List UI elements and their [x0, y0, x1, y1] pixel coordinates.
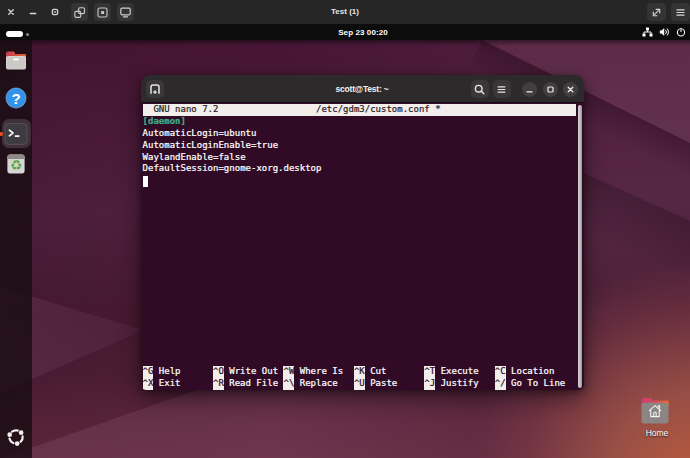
- trash-icon: ♻: [4, 152, 28, 176]
- volume-icon: [659, 27, 670, 37]
- hamburger-menu-icon: [674, 6, 687, 19]
- nano-shortcut-key: ^G: [143, 366, 154, 378]
- terminal-text: AutomaticLogin=ubuntu: [143, 128, 257, 140]
- nano-shortcut-key: ^J: [424, 378, 435, 390]
- gnome-panel: Sep 23 00:20: [0, 24, 690, 40]
- terminal-row: [daemon]: [143, 116, 577, 128]
- terminal-cursor: [143, 176, 148, 187]
- terminal-close-icon: [566, 85, 575, 94]
- terminal-text: AutomaticLoginEnable=true: [143, 140, 278, 152]
- vm-display: Home scott@Test: ~: [0, 24, 690, 458]
- app-title: Test (1): [0, 0, 690, 24]
- terminal-row: DefaultSession=gnome-xorg.desktop: [143, 163, 577, 175]
- terminal-row: ^GHelp^OWrite Out^WWhere Is^KCut^TExecut…: [143, 366, 577, 378]
- svg-text:?: ?: [11, 89, 20, 106]
- terminal-scrollbar[interactable]: [578, 105, 582, 388]
- dock-terminal-running-dot: [0, 132, 3, 136]
- terminal-text: GNU nano 7.2: [143, 104, 219, 116]
- terminal-maximize-button[interactable]: [543, 82, 558, 97]
- terminal-text: Exit: [159, 378, 181, 390]
- terminal-row: ^XExit^RRead File^\Replace^UPaste^JJusti…: [143, 378, 577, 390]
- terminal-content[interactable]: GNU nano 7.2/etc/gdm3/custom.conf *[daem…: [141, 103, 584, 390]
- panel-system-tray[interactable]: [642, 24, 686, 40]
- terminal-text: DefaultSession=gnome-xorg.desktop: [143, 163, 322, 175]
- nano-shortcut-key: ^W: [283, 366, 294, 378]
- desktop: Home scott@Test: ~: [0, 40, 690, 458]
- ubuntu-logo-icon: [5, 426, 27, 448]
- show-apps-button[interactable]: [5, 426, 27, 448]
- dock: ? ♻: [0, 40, 32, 458]
- terminal-row: AutomaticLoginEnable=true: [143, 140, 577, 152]
- dock-item-trash[interactable]: ♻: [4, 152, 28, 176]
- terminal-maximize-icon: [546, 85, 555, 94]
- dock-item-help[interactable]: ?: [4, 86, 28, 110]
- power-icon: [676, 27, 686, 37]
- nano-shortcut-key: ^T: [424, 366, 435, 378]
- terminal-text: Where Is: [300, 366, 343, 378]
- screen: { "app_window": { "title": "Test (1)", "…: [0, 0, 690, 458]
- help-icon: ?: [4, 86, 28, 110]
- terminal-minimize-button[interactable]: [522, 82, 537, 97]
- fullscreen-icon: [650, 6, 663, 19]
- home-label: Home: [640, 428, 674, 438]
- terminal-text: Cut: [370, 366, 386, 378]
- terminal-row: WaylandEnable=false: [143, 152, 577, 164]
- terminal-text: Go To Line: [511, 378, 565, 390]
- nano-shortcut-key: ^/: [495, 378, 506, 390]
- nano-shortcut-key: ^C: [495, 366, 506, 378]
- terminal-text: Help: [159, 366, 181, 378]
- terminal-title: scott@Test: ~: [141, 75, 584, 103]
- terminal-minimize-icon: [525, 85, 534, 94]
- dock-item-terminal[interactable]: [4, 122, 28, 146]
- fullscreen-button[interactable]: [647, 3, 666, 21]
- terminal-headerbar: scott@Test: ~: [141, 75, 584, 103]
- terminal-text: Paste: [370, 378, 397, 390]
- nano-editor: GNU nano 7.2/etc/gdm3/custom.conf *[daem…: [141, 104, 584, 390]
- panel-clock[interactable]: Sep 23 00:20: [303, 25, 423, 41]
- terminal-text: Read File: [229, 378, 278, 390]
- network-wired-icon: [642, 27, 653, 37]
- terminal-text: Execute: [441, 366, 479, 378]
- terminal-text: Justify: [441, 378, 479, 390]
- terminal-text: Replace: [300, 378, 338, 390]
- nano-shortcut-key: ^U: [354, 378, 365, 390]
- terminal-text: Location: [511, 366, 554, 378]
- terminal-search-button[interactable]: [471, 80, 489, 98]
- terminal-text: WaylandEnable=false: [143, 152, 246, 164]
- panel-shadow: [0, 40, 690, 46]
- terminal-close-button[interactable]: [563, 82, 578, 97]
- nano-shortcut-key: ^X: [143, 378, 154, 390]
- nano-shortcut-key: ^R: [213, 378, 224, 390]
- terminal-menu-icon: [495, 83, 508, 96]
- workspace-indicator-dot[interactable]: [26, 33, 29, 36]
- nano-shortcut-key: ^O: [213, 366, 224, 378]
- search-icon: [473, 83, 486, 96]
- dock-item-files[interactable]: [4, 48, 28, 72]
- terminal-text: [daemon]: [143, 116, 186, 128]
- terminal-row: GNU nano 7.2/etc/gdm3/custom.conf *: [143, 104, 577, 116]
- nano-shortcut-key: ^\: [283, 378, 294, 390]
- terminal-text: /etc/gdm3/custom.conf *: [316, 104, 441, 116]
- svg-text:♻: ♻: [10, 157, 22, 173]
- files-icon: [4, 48, 28, 72]
- terminal-window: scott@Test: ~: [141, 75, 584, 390]
- terminal-row: [143, 175, 577, 187]
- home-folder-icon: [641, 397, 669, 428]
- app-menu-button[interactable]: [671, 3, 690, 21]
- terminal-text: Write Out: [229, 366, 278, 378]
- terminal-app-icon: [4, 122, 28, 146]
- nano-shortcut-key: ^K: [354, 366, 365, 378]
- terminal-row: AutomaticLogin=ubuntu: [143, 128, 577, 140]
- desktop-home-icon[interactable]: Home: [640, 396, 674, 440]
- app-titlebar: Test (1): [0, 0, 690, 24]
- workspace-indicator-active[interactable]: [6, 31, 23, 37]
- terminal-menu-button[interactable]: [493, 80, 511, 98]
